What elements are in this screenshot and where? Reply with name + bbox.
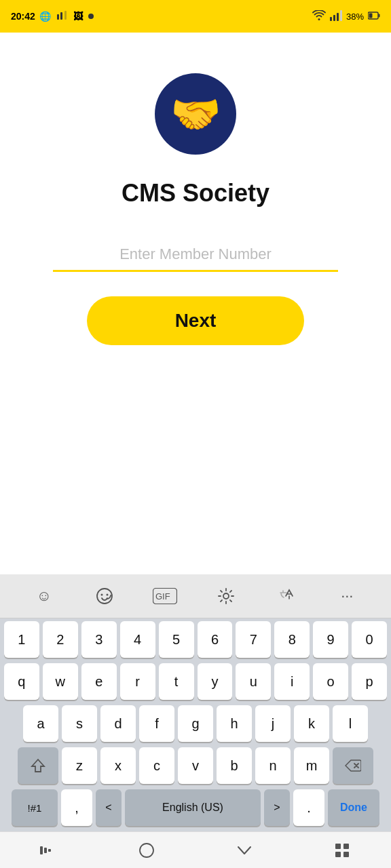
key-3[interactable]: 3 <box>81 621 117 658</box>
lang-left-key[interactable]: < <box>96 789 122 826</box>
svg-rect-1 <box>60 12 62 20</box>
member-input-wrapper <box>53 240 338 272</box>
svg-rect-20 <box>335 844 341 849</box>
wifi-icon <box>312 10 326 23</box>
key-d[interactable]: d <box>100 705 136 742</box>
key-o[interactable]: o <box>313 663 348 700</box>
speed-icon <box>56 10 68 22</box>
comma-key[interactable]: , <box>61 789 92 826</box>
key-1[interactable]: 1 <box>4 621 39 658</box>
key-b[interactable]: b <box>217 747 252 784</box>
sticker-toolbar-button[interactable] <box>90 581 119 611</box>
svg-rect-6 <box>340 10 342 21</box>
svg-rect-9 <box>369 13 373 18</box>
bottom-row: !#1 , < English (US) > . Done <box>0 787 391 831</box>
key-t[interactable]: t <box>159 663 194 700</box>
svg-rect-0 <box>57 14 59 20</box>
shift-key[interactable] <box>18 747 58 784</box>
zxcv-row: z x c v b n m <box>0 745 391 787</box>
back-nav-button[interactable] <box>29 837 69 864</box>
language-key[interactable]: English (US) <box>125 789 261 826</box>
battery-percentage: 38% <box>346 12 364 22</box>
key-m[interactable]: m <box>294 747 329 784</box>
qwerty-row: q w e r t y u i o p <box>0 660 391 703</box>
key-x[interactable]: x <box>100 747 136 784</box>
svg-rect-3 <box>330 17 332 21</box>
svg-rect-18 <box>48 849 51 852</box>
key-e[interactable]: e <box>81 663 117 700</box>
grid-nav-button[interactable] <box>322 837 362 864</box>
next-button[interactable]: Next <box>87 296 304 345</box>
status-time: 20:42 <box>11 11 35 22</box>
done-key[interactable]: Done <box>328 789 379 826</box>
signal-icon <box>330 10 342 23</box>
globe-icon: 🌐 <box>39 10 52 22</box>
battery-icon <box>368 12 380 22</box>
key-w[interactable]: w <box>43 663 78 700</box>
keyboard: ☺ GIF <box>0 574 391 831</box>
key-y[interactable]: y <box>198 663 233 700</box>
key-4[interactable]: 4 <box>120 621 155 658</box>
symbols-key[interactable]: !#1 <box>12 789 58 826</box>
key-l[interactable]: l <box>333 705 368 742</box>
key-z[interactable]: z <box>62 747 97 784</box>
svg-rect-8 <box>379 14 380 17</box>
logo-emoji: 🤝 <box>170 90 221 138</box>
dot-icon <box>88 14 94 19</box>
home-nav-button[interactable] <box>126 837 167 864</box>
key-q[interactable]: q <box>4 663 39 700</box>
key-a[interactable]: a <box>23 705 58 742</box>
key-n[interactable]: n <box>255 747 291 784</box>
key-0[interactable]: 0 <box>352 621 387 658</box>
svg-rect-23 <box>343 852 349 857</box>
period-key[interactable]: . <box>293 789 324 826</box>
key-v[interactable]: v <box>178 747 213 784</box>
app-title: CMS Society <box>122 179 269 208</box>
svg-point-12 <box>106 594 108 596</box>
translate-toolbar-button[interactable] <box>272 581 301 611</box>
key-5[interactable]: 5 <box>159 621 194 658</box>
emoji-toolbar-button[interactable]: ☺ <box>29 581 59 611</box>
backspace-key[interactable] <box>333 747 373 784</box>
nav-bar <box>0 831 391 868</box>
photo-icon: 🖼 <box>72 10 84 22</box>
key-c[interactable]: c <box>139 747 174 784</box>
status-bar: 20:42 🌐 🖼 <box>0 0 391 33</box>
status-bar-left: 20:42 🌐 🖼 <box>11 10 94 22</box>
key-k[interactable]: k <box>294 705 329 742</box>
recents-nav-button[interactable] <box>224 837 265 864</box>
keyboard-toolbar: ☺ GIF <box>0 574 391 618</box>
app-logo: 🤝 <box>155 73 236 155</box>
lang-right-key[interactable]: > <box>264 789 290 826</box>
svg-rect-16 <box>40 846 43 854</box>
svg-point-11 <box>100 594 103 596</box>
app-content: 🤝 CMS Society Next <box>0 33 391 574</box>
key-r[interactable]: r <box>120 663 155 700</box>
svg-rect-19 <box>140 844 153 857</box>
key-8[interactable]: 8 <box>274 621 310 658</box>
key-p[interactable]: p <box>352 663 387 700</box>
asdf-row: a s d f g h j k l <box>0 703 391 745</box>
svg-rect-21 <box>343 844 349 849</box>
svg-rect-17 <box>44 848 47 853</box>
key-h[interactable]: h <box>217 705 252 742</box>
key-u[interactable]: u <box>236 663 271 700</box>
gif-toolbar-button[interactable]: GIF <box>150 581 180 611</box>
key-i[interactable]: i <box>274 663 310 700</box>
key-7[interactable]: 7 <box>236 621 271 658</box>
key-6[interactable]: 6 <box>198 621 233 658</box>
key-f[interactable]: f <box>139 705 174 742</box>
key-g[interactable]: g <box>178 705 213 742</box>
status-bar-right: 38% <box>312 10 380 23</box>
member-number-input[interactable] <box>53 240 338 272</box>
svg-rect-22 <box>335 852 341 857</box>
svg-text:GIF: GIF <box>155 591 170 601</box>
key-2[interactable]: 2 <box>43 621 78 658</box>
key-9[interactable]: 9 <box>313 621 348 658</box>
key-s[interactable]: s <box>62 705 97 742</box>
key-j[interactable]: j <box>255 705 291 742</box>
svg-point-15 <box>223 593 229 599</box>
svg-point-10 <box>97 589 112 604</box>
settings-toolbar-button[interactable] <box>211 581 241 611</box>
more-toolbar-button[interactable]: ··· <box>332 581 362 611</box>
